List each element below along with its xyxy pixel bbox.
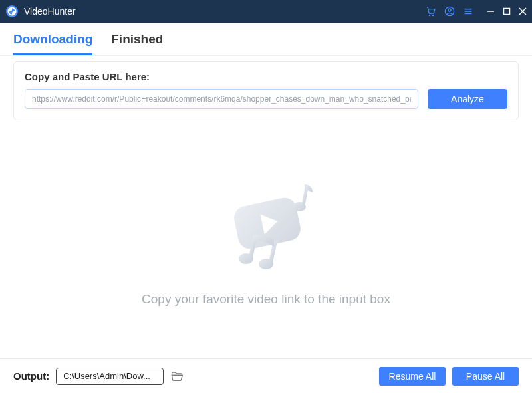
footer: Output: C:\Users\Admin\Dow... Resume All… xyxy=(0,358,532,393)
menu-icon[interactable] xyxy=(463,6,473,17)
main-content: Copy your favorite video link to the inp… xyxy=(0,120,532,358)
svg-rect-11 xyxy=(504,9,510,15)
app-title: VideoHunter xyxy=(24,6,76,17)
placeholder-graphic-icon xyxy=(206,172,326,279)
output-label: Output: xyxy=(13,370,49,382)
titlebar: VideoHunter xyxy=(0,0,532,23)
output-path-field[interactable]: C:\Users\Admin\Dow... xyxy=(56,368,164,385)
account-icon[interactable] xyxy=(444,6,455,17)
maximize-icon[interactable] xyxy=(503,7,511,15)
svg-point-6 xyxy=(448,9,451,11)
svg-point-2 xyxy=(11,10,13,12)
app-logo-icon xyxy=(5,5,19,18)
placeholder-text: Copy your favorite video link to the inp… xyxy=(142,292,390,307)
cart-icon[interactable] xyxy=(426,6,436,17)
url-label: Copy and Paste URL here: xyxy=(25,71,507,82)
resume-all-button[interactable]: Resume All xyxy=(379,367,446,386)
svg-point-3 xyxy=(429,15,430,15)
close-icon[interactable] xyxy=(519,7,527,15)
tab-finished[interactable]: Finished xyxy=(111,32,163,55)
url-input[interactable] xyxy=(25,89,418,109)
open-folder-icon[interactable] xyxy=(170,370,184,383)
titlebar-right xyxy=(426,6,527,17)
pause-all-button[interactable]: Pause All xyxy=(452,367,519,386)
svg-point-4 xyxy=(433,15,434,15)
url-section: Copy and Paste URL here: Analyze xyxy=(13,61,519,120)
url-row: Analyze xyxy=(25,89,507,109)
analyze-button[interactable]: Analyze xyxy=(428,89,507,109)
minimize-icon[interactable] xyxy=(487,7,495,15)
titlebar-left: VideoHunter xyxy=(5,5,76,18)
tab-downloading[interactable]: Downloading xyxy=(13,32,92,55)
tab-bar: Downloading Finished xyxy=(0,23,532,56)
